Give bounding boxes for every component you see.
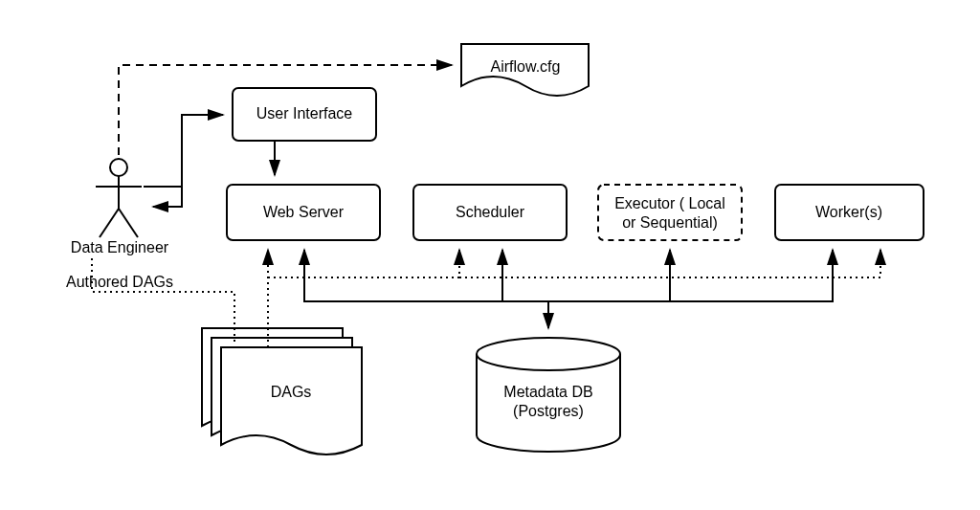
svg-point-10 xyxy=(477,338,620,370)
edge-ui-to-actor xyxy=(153,115,182,207)
actor-label: Data Engineer xyxy=(71,239,169,255)
worker-label: Worker(s) xyxy=(815,204,882,220)
edge-db-to-executor xyxy=(548,250,670,301)
edge-actor-to-ui xyxy=(144,115,223,187)
metadata-db-node: Metadata DB (Postgres) xyxy=(477,338,620,452)
airflow-cfg-node: Airflow.cfg xyxy=(461,44,589,96)
dags-label: DAGs xyxy=(271,384,312,400)
web-server-node: Web Server xyxy=(227,185,380,240)
metadata-db-label-2: (Postgres) xyxy=(513,403,584,419)
executor-label-1: Executor ( Local xyxy=(614,195,725,211)
scheduler-node: Scheduler xyxy=(413,185,567,240)
edge-db-to-worker xyxy=(670,250,833,301)
worker-node: Worker(s) xyxy=(775,185,924,240)
edge-dags-to-scheduler xyxy=(268,250,459,277)
svg-line-3 xyxy=(100,209,119,237)
svg-line-4 xyxy=(119,209,138,237)
user-interface-label: User Interface xyxy=(256,105,353,122)
executor-label-2: or Sequential) xyxy=(622,214,718,231)
svg-rect-8 xyxy=(598,185,742,240)
edge-db-to-webserver xyxy=(304,250,502,301)
airflow-cfg-label: Airflow.cfg xyxy=(491,58,561,75)
executor-node: Executor ( Local or Sequential) xyxy=(598,185,742,240)
edge-db-to-scheduler xyxy=(502,250,548,328)
authored-dags-label: Authored DAGs xyxy=(66,274,173,290)
user-interface-node: User Interface xyxy=(233,88,376,141)
metadata-db-label-1: Metadata DB xyxy=(503,384,592,400)
scheduler-label: Scheduler xyxy=(456,204,525,220)
svg-point-0 xyxy=(110,159,127,176)
dags-node: DAGs xyxy=(202,328,362,455)
airflow-architecture-diagram: Data Engineer User Interface Airflow.cfg… xyxy=(0,0,980,510)
web-server-label: Web Server xyxy=(263,204,345,220)
